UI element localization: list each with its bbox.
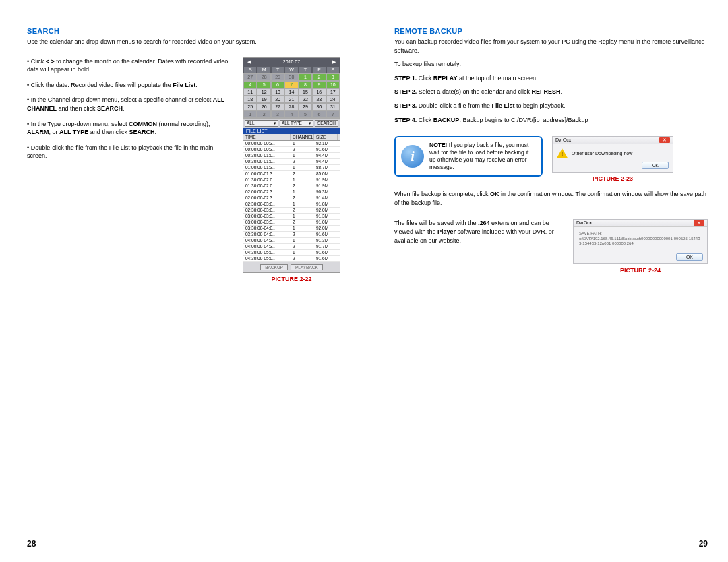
calendar-day[interactable]: 26	[257, 103, 270, 111]
file-row[interactable]: 03:00:00-03:3..191.3M	[243, 214, 340, 220]
calendar-day[interactable]: 28	[284, 103, 298, 111]
file-row[interactable]: 01:00:00-01:3..188.7M	[243, 165, 340, 171]
file-row[interactable]: 00:00:00-00:3..291.6M	[243, 147, 340, 153]
calendar-grid[interactable]: 2728293012345678910111213141516171819202…	[243, 73, 340, 118]
calendar-day[interactable]: 18	[243, 96, 257, 103]
calendar-day[interactable]: 24	[326, 96, 340, 103]
calendar-day[interactable]: 30	[284, 73, 298, 81]
calendar-day[interactable]: 31	[326, 103, 340, 111]
calendar-day[interactable]: 4	[243, 81, 257, 88]
dialog-button-row: OK	[553, 162, 673, 172]
calendar-day[interactable]: 5	[257, 81, 270, 88]
backup-button[interactable]: BACKUP	[260, 264, 288, 270]
calendar-day[interactable]: 4	[284, 111, 298, 118]
calendar-day[interactable]: 19	[257, 96, 270, 103]
type-dropdown[interactable]: ALL TYPE▾	[280, 120, 313, 127]
page-number-29: 29	[394, 539, 708, 549]
file-row[interactable]: 04:30:00-05:0..191.6M	[243, 250, 340, 256]
steps-list: STEP 1. Click REPLAY at the top of the m…	[394, 74, 708, 129]
close-icon[interactable]: ✕	[694, 220, 704, 226]
file-row[interactable]: 01:00:00-01:3..285.0M	[243, 171, 340, 177]
calendar-day[interactable]: 2	[257, 111, 270, 118]
calendar-day[interactable]: 10	[326, 81, 340, 88]
file-row[interactable]: 00:00:00-00:3..192.1M	[243, 141, 340, 147]
search-intro: Use the calendar and drop-down menus to …	[27, 38, 340, 46]
next-month-icon[interactable]: ▶	[332, 59, 336, 65]
calendar-day[interactable]: 3	[326, 73, 340, 81]
step: STEP 4. Click BACKUP. Backup begins to C…	[394, 116, 708, 125]
playback-button[interactable]: PLAYBACK	[291, 264, 323, 270]
picture-2-23-wrap: DvrOcx ✕ Other user Downloading now OK P…	[552, 136, 673, 182]
dialog-title: DvrOcx	[576, 220, 592, 226]
info-icon: i	[401, 145, 424, 168]
file-row[interactable]: 00:30:00-01:0..194.4M	[243, 153, 340, 159]
ok-button[interactable]: OK	[642, 162, 669, 169]
dialog-2-23: DvrOcx ✕ Other user Downloading now OK	[552, 136, 673, 173]
calendar-dow: T	[271, 66, 284, 73]
filter-row: ALL▾ ALL TYPE▾ SEARCH	[243, 118, 340, 128]
calendar-day[interactable]: 1	[243, 111, 257, 118]
file-row[interactable]: 03:30:00-04:0..192.0M	[243, 226, 340, 232]
heading-remote-backup: REMOTE BACKUP	[394, 27, 708, 35]
calendar-day[interactable]: 7	[284, 81, 298, 88]
calendar-day[interactable]: 28	[257, 73, 270, 81]
bullet-3: • In the Channel drop-down menu, select …	[27, 96, 235, 113]
calendar-day[interactable]: 23	[312, 96, 326, 103]
file-list-columns: TIME CHANNEL SIZE	[243, 134, 340, 141]
calendar-day[interactable]: 12	[257, 88, 270, 96]
calendar-day[interactable]: 16	[312, 88, 326, 96]
calendar-day[interactable]: 22	[299, 96, 312, 103]
close-icon[interactable]: ✕	[659, 137, 670, 143]
prev-month-icon[interactable]: ◀	[247, 59, 251, 65]
calendar-day[interactable]: 9	[312, 81, 326, 88]
file-list-header: FILE LIST	[243, 128, 340, 134]
calendar-day[interactable]: 17	[326, 88, 340, 96]
calendar-day[interactable]: 27	[271, 103, 284, 111]
channel-dropdown[interactable]: ALL▾	[245, 120, 278, 127]
search-button[interactable]: SEARCH	[315, 120, 338, 127]
calendar-day[interactable]: 20	[271, 96, 284, 103]
file-row[interactable]: 00:30:00-01:0..294.4M	[243, 159, 340, 165]
ok-button[interactable]: OK	[676, 253, 703, 261]
calendar-day[interactable]: 13	[271, 88, 284, 96]
calendar-day[interactable]: 6	[312, 111, 326, 118]
file-row[interactable]: 04:30:00-05:0..291.6M	[243, 256, 340, 262]
calendar-day[interactable]: 6	[271, 81, 284, 88]
file-list[interactable]: 00:00:00-00:3..192.1M00:00:00-00:3..291.…	[243, 141, 340, 262]
file-row[interactable]: 04:00:00-04:3..191.3M	[243, 238, 340, 244]
calendar-day[interactable]: 3	[271, 111, 284, 118]
file-row[interactable]: 01:30:00-02:0..291.9M	[243, 183, 340, 189]
picture-2-23-caption: PICTURE 2-23	[593, 175, 633, 182]
page-number-28: 28	[27, 539, 340, 549]
bullet-1: • Click < > to change the month on the c…	[27, 57, 235, 74]
file-row[interactable]: 01:30:00-02:0..191.9M	[243, 177, 340, 183]
picture-2-22: ◀ 2010 07 ▶ SMTWTFS 27282930123456789101…	[243, 57, 340, 273]
calendar-day[interactable]: 27	[243, 73, 257, 81]
file-row[interactable]: 03:30:00-04:0..291.6M	[243, 232, 340, 238]
step: STEP 1. Click REPLAY at the top of the m…	[394, 74, 708, 83]
file-row[interactable]: 02:00:00-02:3..190.3M	[243, 189, 340, 195]
calendar-dow: S	[326, 66, 340, 73]
dialog-title: DvrOcx	[555, 137, 571, 143]
calendar-day[interactable]: 7	[326, 111, 340, 118]
file-row[interactable]: 04:00:00-04:3..291.7M	[243, 244, 340, 250]
calendar-day[interactable]: 2	[312, 73, 326, 81]
ext-para: The files will be saved with the .264 ex…	[394, 219, 564, 245]
calendar-day[interactable]: 8	[299, 81, 312, 88]
file-row[interactable]: 03:00:00-03:3..291.0M	[243, 220, 340, 226]
file-row[interactable]: 02:30:00-03:0..292.0M	[243, 208, 340, 214]
bullet-2: • Click the date. Recorded video files w…	[27, 81, 235, 90]
file-row[interactable]: 02:00:00-02:3..291.4M	[243, 195, 340, 201]
calendar-day[interactable]: 14	[284, 88, 298, 96]
file-row[interactable]: 02:30:00-03:0..191.8M	[243, 201, 340, 208]
calendar-day[interactable]: 15	[299, 88, 312, 96]
heading-search: SEARCH	[27, 27, 340, 35]
calendar-day[interactable]: 11	[243, 88, 257, 96]
calendar-day[interactable]: 29	[299, 103, 312, 111]
calendar-day[interactable]: 5	[299, 111, 312, 118]
calendar-day[interactable]: 25	[243, 103, 257, 111]
calendar-day[interactable]: 1	[299, 73, 312, 81]
calendar-day[interactable]: 29	[271, 73, 284, 81]
calendar-day[interactable]: 30	[312, 103, 326, 111]
calendar-day[interactable]: 21	[284, 96, 298, 103]
